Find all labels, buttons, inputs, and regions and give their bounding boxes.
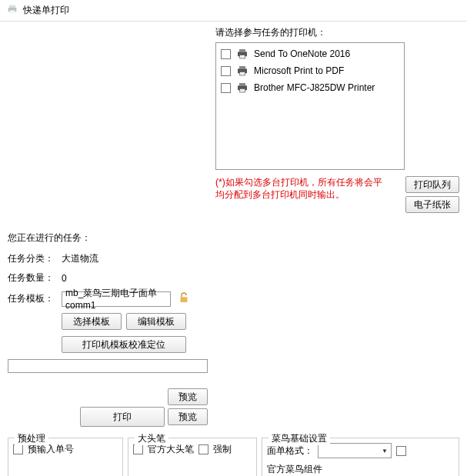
printer-list-box: Send To OneNote 2016 Microsoft Print to … [215,42,405,170]
printer-item[interactable]: Brother MFC-J825DW Printer [221,82,399,94]
calibrate-button[interactable]: 打印机模板校准定位 [62,336,186,353]
printer-icon [235,48,249,60]
e-paper-button[interactable]: 电子纸张 [405,196,459,213]
count-value: 0 [62,273,67,284]
format-label: 面单格式： [267,444,313,458]
printer-name: Microsoft Print to PDF [254,65,344,76]
preinput-checkbox[interactable] [13,444,23,454]
template-input[interactable]: mb_菜鸟三期电子面单comm1 [62,291,171,307]
print-queue-button[interactable]: 打印队列 [405,176,459,193]
printer-item[interactable]: Microsoft Print to PDF [221,65,399,77]
preview-button[interactable]: 预览 [168,388,208,405]
cainiao-legend: 菜鸟基础设置 [269,432,330,445]
multi-printer-warning: (*)如果勾选多台打印机，所有任务将会平 均分配到多台打印机同时输出。 [215,176,401,201]
printer-icon [235,82,249,94]
printer-name: Send To OneNote 2016 [254,48,350,59]
titlebar: 快递单打印 [0,0,467,22]
app-title: 快递单打印 [23,4,69,17]
force-checkbox[interactable] [198,444,208,454]
category-label: 任务分类： [8,252,55,265]
printer-item[interactable]: Send To OneNote 2016 [221,48,399,60]
svg-rect-3 [240,55,245,58]
svg-rect-0 [10,10,15,12]
printer-select-label: 请选择参与任务的打印机： [215,26,459,39]
svg-rect-6 [240,72,245,75]
chevron-down-icon: ▼ [382,448,388,454]
official-component-checkbox[interactable] [396,446,406,456]
category-value: 大道物流 [62,252,98,265]
lock-icon [177,291,191,307]
printer-icon [235,65,249,77]
app-icon [6,3,18,18]
print-button[interactable]: 打印 [80,407,165,427]
pen-legend: 大头笔 [135,432,168,445]
blank-input[interactable] [8,359,208,373]
preview-button-2[interactable]: 预览 [168,408,208,425]
edit-template-button[interactable]: 编辑模板 [126,313,186,330]
svg-rect-5 [239,66,245,68]
count-label: 任务数量： [8,271,55,285]
svg-rect-10 [181,297,188,302]
force-label: 强制 [213,443,232,456]
pre-legend: 预处理 [15,432,48,445]
checkbox[interactable] [221,66,231,76]
official-pen-checkbox[interactable] [133,444,143,454]
checkbox[interactable] [221,49,231,59]
printer-name: Brother MFC-J825DW Printer [254,82,375,93]
checkbox[interactable] [221,83,231,93]
format-select[interactable]: ▼ [318,443,392,458]
running-task-label: 您正在进行的任务： [8,231,208,245]
svg-rect-2 [239,49,245,52]
svg-rect-8 [239,83,245,85]
svg-rect-9 [240,88,245,92]
select-template-button[interactable]: 选择模板 [62,313,122,330]
official-component-label: 官方菜鸟组件 [267,463,322,476]
template-label: 任务模板： [8,292,55,305]
